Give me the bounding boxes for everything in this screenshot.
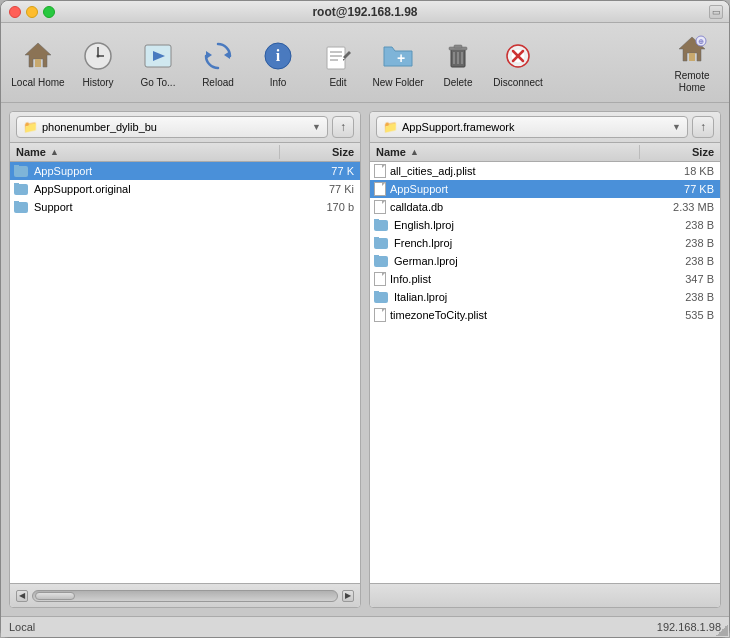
left-scroll-right[interactable]: ▶ bbox=[342, 590, 354, 602]
left-list-header: Name ▲ Size bbox=[10, 143, 360, 162]
file-icon bbox=[374, 308, 386, 322]
right-col-size[interactable]: Size bbox=[640, 145, 720, 159]
file-name-cell: Info.plist bbox=[370, 272, 640, 286]
svg-rect-12 bbox=[327, 47, 345, 69]
right-file-list[interactable]: all_cities_adj.plist 18 KB AppSupport 77… bbox=[370, 162, 720, 583]
title-bar: root@192.168.1.98 ▭ bbox=[1, 1, 729, 23]
disconnect-button[interactable]: Disconnect bbox=[489, 28, 547, 98]
left-nav-up[interactable]: ↑ bbox=[332, 116, 354, 138]
file-name: Info.plist bbox=[390, 273, 431, 285]
traffic-lights bbox=[9, 6, 55, 18]
info-icon: i bbox=[259, 37, 297, 75]
left-file-list[interactable]: AppSupport 77 K AppSupport.original 77 K… bbox=[10, 162, 360, 583]
folder-icon bbox=[374, 220, 388, 231]
left-col-size[interactable]: Size bbox=[280, 145, 360, 159]
file-size: 2.33 MB bbox=[640, 201, 720, 213]
file-icon bbox=[374, 182, 386, 196]
left-folder-icon: 📁 bbox=[23, 120, 38, 134]
svg-rect-1 bbox=[35, 59, 41, 67]
left-file-list-container: Name ▲ Size AppSupport 77 K AppSupport.o… bbox=[10, 143, 360, 583]
remote-home-button[interactable]: ⊕ Remote Home bbox=[663, 28, 721, 98]
table-row[interactable]: English.lproj 238 B bbox=[370, 216, 720, 234]
file-size: 77 K bbox=[280, 165, 360, 177]
right-folder-icon: 📁 bbox=[383, 120, 398, 134]
right-status: 192.168.1.98 bbox=[657, 621, 721, 633]
minimize-button[interactable] bbox=[26, 6, 38, 18]
table-row[interactable]: calldata.db 2.33 MB bbox=[370, 198, 720, 216]
table-row[interactable]: all_cities_adj.plist 18 KB bbox=[370, 162, 720, 180]
info-button[interactable]: i Info bbox=[249, 28, 307, 98]
table-row[interactable]: Info.plist 347 B bbox=[370, 270, 720, 288]
file-name-cell: German.lproj bbox=[370, 255, 640, 267]
file-name-cell: Italian.lproj bbox=[370, 291, 640, 303]
table-row[interactable]: timezoneToCity.plist 535 B bbox=[370, 306, 720, 324]
go-to-label: Go To... bbox=[141, 77, 176, 89]
svg-point-5 bbox=[97, 54, 100, 57]
folder-icon bbox=[14, 166, 28, 177]
delete-button[interactable]: Delete bbox=[429, 28, 487, 98]
right-path-dropdown[interactable]: 📁 AppSupport.framework ▼ bbox=[376, 116, 688, 138]
right-nav-up[interactable]: ↑ bbox=[692, 116, 714, 138]
file-name: German.lproj bbox=[394, 255, 458, 267]
toolbar: Local Home History Go To.. bbox=[1, 23, 729, 103]
table-row[interactable]: AppSupport 77 KB bbox=[370, 180, 720, 198]
left-col-name[interactable]: Name ▲ bbox=[10, 145, 280, 159]
file-size: 77 KB bbox=[640, 183, 720, 195]
file-icon bbox=[374, 164, 386, 178]
maximize-button[interactable] bbox=[43, 6, 55, 18]
file-name-cell: timezoneToCity.plist bbox=[370, 308, 640, 322]
history-button[interactable]: History bbox=[69, 28, 127, 98]
local-home-label: Local Home bbox=[11, 77, 64, 89]
table-row[interactable]: Italian.lproj 238 B bbox=[370, 288, 720, 306]
right-panel-footer bbox=[370, 583, 720, 607]
local-home-icon bbox=[19, 37, 57, 75]
left-sort-arrow: ▲ bbox=[50, 147, 59, 157]
left-status: Local bbox=[9, 621, 35, 633]
file-name: AppSupport bbox=[34, 165, 92, 177]
right-path-text: AppSupport.framework bbox=[402, 121, 515, 133]
close-button[interactable] bbox=[9, 6, 21, 18]
file-name-cell: Support bbox=[10, 201, 280, 213]
left-scroll-left[interactable]: ◀ bbox=[16, 590, 28, 602]
file-size: 238 B bbox=[640, 219, 720, 231]
right-col-name[interactable]: Name ▲ bbox=[370, 145, 640, 159]
resize-widget[interactable]: ▭ bbox=[709, 5, 723, 19]
reload-icon bbox=[199, 37, 237, 75]
file-name-cell: AppSupport bbox=[370, 182, 640, 196]
table-row[interactable]: German.lproj 238 B bbox=[370, 252, 720, 270]
file-name-cell: English.lproj bbox=[370, 219, 640, 231]
file-size: 238 B bbox=[640, 291, 720, 303]
go-to-icon bbox=[139, 37, 177, 75]
folder-icon bbox=[374, 238, 388, 249]
new-folder-icon: + bbox=[379, 37, 417, 75]
new-folder-button[interactable]: + New Folder bbox=[369, 28, 427, 98]
left-scrollbar-thumb bbox=[35, 592, 75, 600]
right-file-list-container: Name ▲ Size all_cities_adj.plist 18 KB A… bbox=[370, 143, 720, 583]
table-row[interactable]: AppSupport.original 77 Ki bbox=[10, 180, 360, 198]
file-icon bbox=[374, 272, 386, 286]
left-path-dropdown[interactable]: 📁 phonenumber_dylib_bu ▼ bbox=[16, 116, 328, 138]
left-scrollbar[interactable] bbox=[32, 590, 338, 602]
file-name: English.lproj bbox=[394, 219, 454, 231]
resize-handle[interactable] bbox=[716, 624, 728, 636]
folder-icon bbox=[374, 256, 388, 267]
local-home-button[interactable]: Local Home bbox=[9, 28, 67, 98]
table-row[interactable]: French.lproj 238 B bbox=[370, 234, 720, 252]
table-row[interactable]: AppSupport 77 K bbox=[10, 162, 360, 180]
left-panel-footer: ◀ ▶ bbox=[10, 583, 360, 607]
file-name: Italian.lproj bbox=[394, 291, 447, 303]
right-panel: 📁 AppSupport.framework ▼ ↑ Name ▲ Size bbox=[369, 111, 721, 608]
table-row[interactable]: Support 170 b bbox=[10, 198, 360, 216]
reload-label: Reload bbox=[202, 77, 234, 89]
remote-home-label: Remote Home bbox=[665, 70, 719, 94]
file-icon bbox=[374, 200, 386, 214]
file-size: 77 Ki bbox=[280, 183, 360, 195]
reload-button[interactable]: Reload bbox=[189, 28, 247, 98]
go-to-button[interactable]: Go To... bbox=[129, 28, 187, 98]
edit-button[interactable]: Edit bbox=[309, 28, 367, 98]
content-area: 📁 phonenumber_dylib_bu ▼ ↑ Name ▲ Size bbox=[1, 103, 729, 616]
svg-text:⊕: ⊕ bbox=[698, 38, 704, 45]
folder-icon bbox=[14, 184, 28, 195]
svg-text:i: i bbox=[276, 47, 281, 64]
remote-home-icon: ⊕ bbox=[673, 32, 711, 68]
